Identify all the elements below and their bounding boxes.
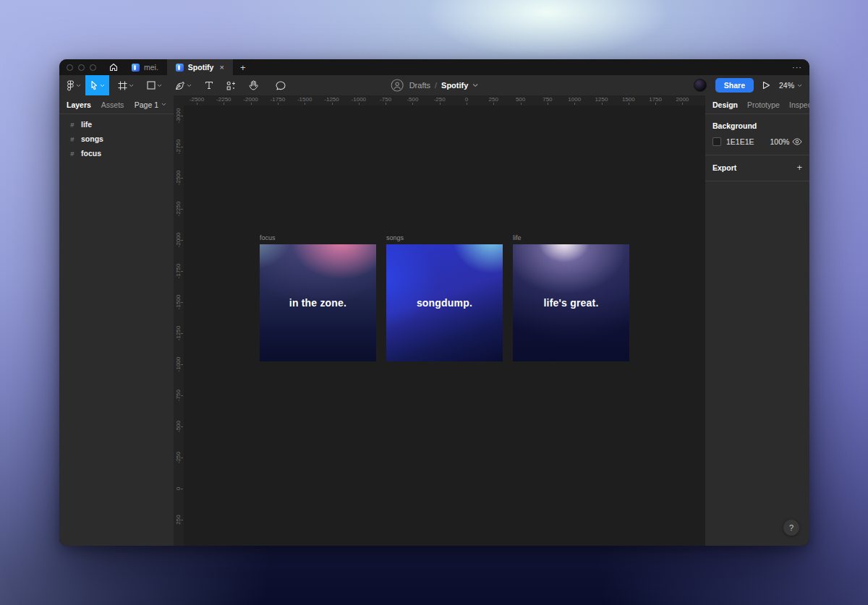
right-panel: Design Prototype Inspect Background 1E1E… xyxy=(705,95,809,546)
frame-title-life[interactable]: life xyxy=(513,234,522,241)
tab-design[interactable]: Design xyxy=(712,100,738,109)
figma-file-icon xyxy=(176,64,184,72)
shape-tool-button[interactable] xyxy=(142,75,166,95)
eye-icon xyxy=(792,138,802,145)
home-button[interactable] xyxy=(104,59,123,75)
page-selector-label: Page 1 xyxy=(135,100,158,109)
rectangle-icon xyxy=(147,81,156,90)
present-play-icon xyxy=(762,81,770,90)
share-button[interactable]: Share xyxy=(715,78,754,93)
color-hex-value[interactable]: 1E1E1E xyxy=(726,137,754,146)
layers-list: #life#songs#focus xyxy=(59,114,174,160)
comment-tool-button[interactable] xyxy=(271,75,290,95)
resources-icon xyxy=(226,81,236,90)
present-button[interactable] xyxy=(762,81,770,90)
canvas[interactable]: -2500-2250-2000-1750-1500-1250-1000-750-… xyxy=(174,95,705,546)
export-section-title: Export xyxy=(712,163,736,172)
opacity-value[interactable]: 100% xyxy=(770,137,790,146)
tab-strip: mei. Spotify × + ··· xyxy=(59,59,809,75)
breadcrumb-project[interactable]: Drafts xyxy=(409,81,430,90)
frame-title-songs[interactable]: songs xyxy=(386,234,404,241)
zoom-label: 24% xyxy=(779,81,794,90)
figma-file-icon xyxy=(132,64,140,72)
file-tab-mei[interactable]: mei. xyxy=(123,59,167,75)
resources-tool-button[interactable] xyxy=(222,75,240,95)
close-tab-icon[interactable]: × xyxy=(219,63,224,72)
chevron-down-icon xyxy=(157,84,162,87)
new-tab-button[interactable]: + xyxy=(233,59,253,75)
horizontal-ruler: -2500-2250-2000-1750-1500-1250-1000-750-… xyxy=(174,95,705,106)
frame-text: songdump. xyxy=(417,297,472,309)
canvas-frame-focus[interactable]: in the zone. xyxy=(260,244,376,361)
frame-text: life's great. xyxy=(544,297,599,309)
desktop: { "window": { "tabbar": { "tabs": [ { "l… xyxy=(0,0,868,605)
frame-tool-button[interactable] xyxy=(114,75,138,95)
pen-icon xyxy=(175,81,185,90)
tab-assets[interactable]: Assets xyxy=(101,100,124,109)
left-panel: Layers Assets Page 1 #life#songs#focus xyxy=(59,95,174,546)
move-cursor-icon xyxy=(90,80,98,90)
chevron-down-icon xyxy=(187,84,192,87)
layer-name: focus xyxy=(81,149,101,158)
canvas-frame-songs[interactable]: songdump. xyxy=(386,244,503,361)
layer-row-songs[interactable]: #songs xyxy=(59,132,174,146)
move-tool-button[interactable] xyxy=(85,75,109,95)
frame-hash-icon: # xyxy=(69,121,76,129)
tab-prototype[interactable]: Prototype xyxy=(747,100,780,109)
traffic-lights xyxy=(59,59,104,75)
background-section: Background 1E1E1E 100% xyxy=(705,114,809,155)
figma-window: mei. Spotify × + ··· xyxy=(59,59,809,546)
frame-hash-icon: # xyxy=(69,150,76,158)
pen-tool-button[interactable] xyxy=(171,75,196,95)
hand-tool-button[interactable] xyxy=(244,75,263,95)
minimize-window-button[interactable] xyxy=(78,64,85,71)
left-panel-header: Layers Assets Page 1 xyxy=(59,95,174,114)
comment-icon xyxy=(276,81,286,90)
text-tool-button[interactable] xyxy=(200,75,218,95)
chevron-down-icon xyxy=(129,84,134,87)
chevron-down-icon[interactable] xyxy=(472,83,478,87)
tab-inspect[interactable]: Inspect xyxy=(789,100,809,109)
layer-row-focus[interactable]: #focus xyxy=(59,146,174,160)
background-section-title: Background xyxy=(712,121,802,130)
export-section: Export + xyxy=(705,155,809,181)
breadcrumb-separator: / xyxy=(435,81,437,90)
main-menu-button[interactable] xyxy=(59,75,85,95)
close-window-button[interactable] xyxy=(67,64,73,71)
help-button[interactable]: ? xyxy=(783,520,799,536)
layer-name: life xyxy=(81,120,92,129)
chevron-down-icon xyxy=(797,84,802,87)
breadcrumb: Drafts / Spotify xyxy=(391,75,479,95)
zoom-control[interactable]: 24% xyxy=(779,81,802,90)
text-tool-icon xyxy=(205,81,213,90)
file-tab-spotify[interactable]: Spotify × xyxy=(167,59,233,75)
tab-strip-spacer xyxy=(253,59,785,75)
frame-hash-icon: # xyxy=(69,135,76,143)
toolbar-right-group: Share 24% xyxy=(694,75,802,95)
file-tab-label: Spotify xyxy=(188,63,214,72)
layer-name: songs xyxy=(81,134,103,143)
window-overflow-menu-button[interactable]: ··· xyxy=(785,59,809,75)
maximize-window-button[interactable] xyxy=(90,64,96,71)
user-avatar[interactable] xyxy=(694,79,707,92)
chevron-down-icon xyxy=(76,84,81,87)
chevron-down-icon xyxy=(161,103,166,106)
file-tab-label: mei. xyxy=(144,63,158,72)
toolbar: Drafts / Spotify Share 24% xyxy=(59,75,809,95)
frame-title-focus[interactable]: focus xyxy=(260,234,276,241)
canvas-frame-life[interactable]: life's great. xyxy=(513,244,629,361)
project-avatar-icon[interactable] xyxy=(391,79,404,92)
tab-layers[interactable]: Layers xyxy=(67,100,91,109)
layer-row-life[interactable]: #life xyxy=(59,117,174,132)
chevron-down-icon xyxy=(100,84,105,87)
frame-text: in the zone. xyxy=(289,297,346,309)
hand-icon xyxy=(249,80,258,90)
breadcrumb-file[interactable]: Spotify xyxy=(441,81,468,90)
color-swatch[interactable] xyxy=(712,137,721,146)
frame-tool-icon xyxy=(118,81,127,90)
right-panel-header: Design Prototype Inspect xyxy=(705,95,809,114)
figma-menu-icon xyxy=(67,80,75,91)
visibility-toggle[interactable] xyxy=(792,138,802,145)
page-selector[interactable]: Page 1 xyxy=(135,100,166,109)
export-add-button[interactable]: + xyxy=(796,163,802,172)
